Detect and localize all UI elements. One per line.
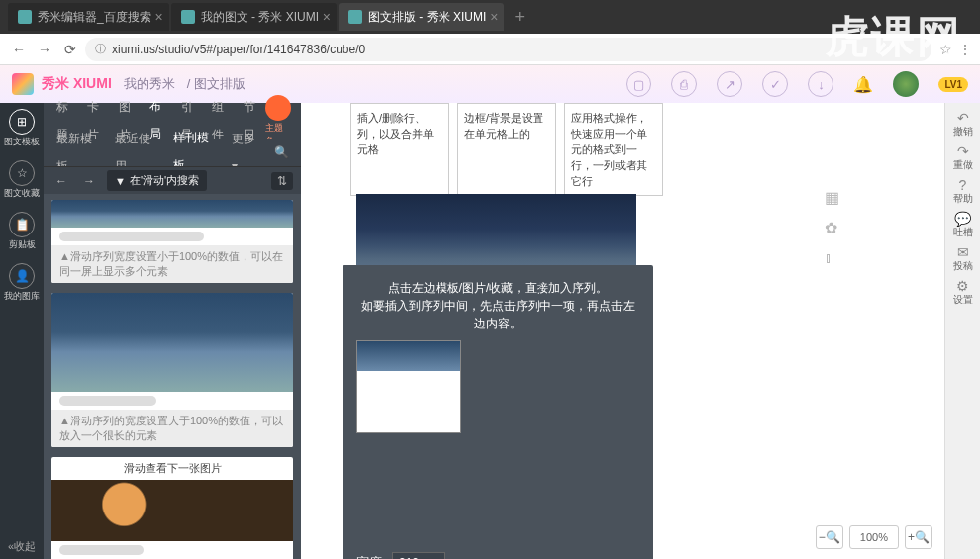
url-input[interactable]: ⓘxiumi.us/studio/v5#/paper/for/141647836…	[85, 38, 931, 61]
collapse-button[interactable]: « 收起	[0, 533, 44, 559]
template-card-3[interactable]: 滑动查看下一张图片 人气产品▶ more+	[51, 457, 293, 559]
bell-icon[interactable]: 🔔	[853, 75, 873, 94]
avatar[interactable]	[893, 71, 919, 97]
nav-right-icon[interactable]: →	[79, 174, 99, 188]
template-card-2[interactable]: ▲滑动序列的宽度设置大于100%的数值，可以放入一个很长的元素	[51, 293, 293, 447]
address-bar: ← → ⟳ ⓘxiumi.us/studio/v5#/paper/for/141…	[0, 34, 980, 65]
menu-icon[interactable]: ⋮	[958, 42, 972, 57]
browser-tab-2[interactable]: 图文排版 - 秀米 XIUMI×	[339, 3, 504, 31]
right-toolbar: ↶撤销 ↷重做 ?帮助 💬吐槽 ✉投稿 ⚙设置	[944, 103, 980, 559]
info-card-1[interactable]: 插入/删除行、列，以及合并单元格	[350, 103, 449, 196]
zoom-in-button[interactable]: +🔍	[905, 525, 932, 549]
forward-button[interactable]: →	[34, 39, 55, 60]
close-icon[interactable]: ×	[155, 9, 163, 25]
zoom-bar: −🔍 100% +🔍	[816, 525, 932, 549]
info-icon: ⓘ	[95, 42, 106, 56]
level-badge: LV1	[938, 77, 968, 92]
star-icon[interactable]: ☆	[939, 42, 952, 57]
zoom-level[interactable]: 100%	[849, 525, 899, 549]
nav-left-icon[interactable]: ←	[51, 174, 71, 188]
left-rail: ⊞图文模板 ☆图文收藏 📋剪贴板 👤我的图库	[0, 103, 44, 559]
filter-pill[interactable]: ▼在'滑动'内搜索	[107, 170, 207, 191]
submit-button[interactable]: ✉投稿	[953, 247, 973, 271]
main: ⊞图文模板 ☆图文收藏 📋剪贴板 👤我的图库 标题 卡片 图片 布局 引导 组件…	[0, 103, 980, 559]
reload-button[interactable]: ⟳	[59, 39, 81, 60]
popup-hint-1: 点击左边模板/图片/收藏，直接加入序列。	[356, 279, 639, 297]
browser-tab-0[interactable]: 秀米编辑器_百度搜索×	[8, 3, 169, 31]
canvas-area[interactable]: 插入/删除行、列，以及合并单元格 边框/背景是设置在单元格上的 应用格式操作，快…	[301, 103, 944, 559]
width-label: 宽度	[356, 554, 382, 559]
subcategory-tabs: 最新模板 最近使用 样刊模板 更多▾ 🔍	[44, 139, 301, 166]
info-card-3[interactable]: 应用格式操作，快速应用一个单元的格式到一行，一列或者其它行	[564, 103, 663, 196]
redo-button[interactable]: ↷重做	[953, 146, 973, 170]
template-panel: 标题 卡片 图片 布局 引导 组件 节日 主题色 最新模板 最近使用 样刊模板 …	[44, 103, 301, 559]
filter-row: ← → ▼在'滑动'内搜索 ⇅	[44, 166, 301, 194]
action-icon-5[interactable]: ↓	[808, 71, 833, 97]
popup-hint-2: 如要插入到序列中间，先点击序列中一项，再点击左边内容。	[356, 297, 639, 332]
back-button[interactable]: ←	[8, 39, 30, 60]
search-icon[interactable]: 🔍	[266, 139, 297, 166]
crumb-editor[interactable]: / 图文排版	[187, 75, 245, 93]
template-scroll[interactable]: ▲滑动序列宽度设置小于100%的数值，可以在同一屏上显示多个元素 ▲滑动序列的宽…	[44, 194, 301, 559]
width-unit: %	[455, 556, 467, 560]
rail-templates[interactable]: ⊞图文模板	[4, 109, 40, 146]
action-icon-2[interactable]: ⎙	[671, 71, 697, 97]
action-icon-3[interactable]: ↗	[717, 71, 742, 97]
rail-favorites[interactable]: ☆图文收藏	[4, 160, 40, 198]
new-tab-button[interactable]: +	[506, 7, 533, 28]
settings-icon[interactable]: ✿	[825, 219, 839, 237]
rail-gallery[interactable]: 👤我的图库	[4, 263, 40, 301]
info-card-2[interactable]: 边框/背景是设置在单元格上的	[457, 103, 556, 196]
settings-button[interactable]: ⚙设置	[953, 281, 973, 305]
popup-thumbnail[interactable]	[356, 340, 461, 433]
chart-icon[interactable]: ⫾	[825, 249, 839, 267]
crumb-home[interactable]: 我的秀米	[124, 75, 175, 93]
action-icon-1[interactable]: ▢	[626, 71, 651, 97]
help-button[interactable]: ?帮助	[953, 180, 973, 204]
template-card-1[interactable]: ▲滑动序列宽度设置小于100%的数值，可以在同一屏上显示多个元素	[51, 200, 293, 283]
grid-icon[interactable]: ▦	[825, 188, 839, 207]
sort-icon[interactable]: ⇅	[271, 172, 293, 190]
rail-clipboard[interactable]: 📋剪贴板	[4, 212, 40, 249]
close-icon[interactable]: ×	[323, 9, 331, 25]
canvas-tools: ▦ ✿ ⫾	[825, 188, 839, 267]
undo-button[interactable]: ↶撤销	[953, 113, 973, 137]
info-cards: 插入/删除行、列，以及合并单元格 边框/背景是设置在单元格上的 应用格式操作，快…	[350, 103, 663, 196]
filter-icon: ▼	[115, 175, 126, 187]
close-icon[interactable]: ×	[490, 9, 498, 25]
feedback-button[interactable]: 💬吐槽	[953, 214, 973, 237]
action-icon-4[interactable]: ✓	[762, 71, 788, 97]
browser-tabs: 秀米编辑器_百度搜索× 我的图文 - 秀米 XIUMI× 图文排版 - 秀米 X…	[0, 0, 980, 34]
browser-tab-1[interactable]: 我的图文 - 秀米 XIUMI×	[171, 3, 337, 31]
logo-icon	[12, 73, 34, 95]
logo-text[interactable]: 秀米 XIUMI	[42, 75, 112, 93]
insert-popup: 点击左边模板/图片/收藏，直接加入序列。 如要插入到序列中间，先点击序列中一项，…	[343, 265, 653, 559]
width-input[interactable]	[392, 552, 445, 559]
zoom-out-button[interactable]: −🔍	[816, 525, 843, 549]
